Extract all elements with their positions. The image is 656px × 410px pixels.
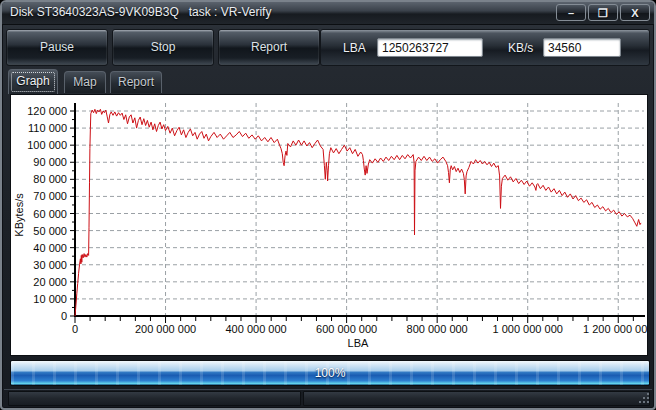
tab-graph[interactable]: Graph	[8, 69, 58, 94]
report-button[interactable]: Report	[218, 29, 320, 66]
speed-graph-panel: 010 00020 00030 00040 00050 00060 00070 …	[10, 94, 648, 356]
title-bar[interactable]: Disk ST3640323AS-9VK09B3Q task : VR-Veri…	[2, 2, 654, 25]
window-title: Disk ST3640323AS-9VK09B3Q task : VR-Veri…	[10, 5, 271, 19]
svg-text:1 000 000 000: 1 000 000 000	[493, 323, 563, 335]
progress-bar: 100%	[10, 360, 650, 386]
svg-text:90 000: 90 000	[33, 156, 67, 168]
svg-text:LBA: LBA	[348, 337, 369, 349]
svg-text:30 000: 30 000	[33, 259, 67, 271]
lba-label: LBA	[343, 41, 366, 55]
statusbar-panel-left	[8, 391, 301, 406]
svg-text:1 200 000 000: 1 200 000 000	[583, 323, 647, 335]
close-button[interactable]: X	[620, 4, 650, 21]
svg-text:KBytes/s: KBytes/s	[13, 193, 25, 237]
progress-percent: 100%	[11, 361, 649, 385]
stop-button[interactable]: Stop	[112, 29, 214, 66]
svg-text:0: 0	[61, 310, 67, 322]
svg-text:110 000: 110 000	[28, 122, 67, 134]
kbs-label: KB/s	[508, 41, 533, 55]
svg-text:80 000: 80 000	[33, 173, 67, 185]
tab-report[interactable]: Report	[110, 71, 162, 93]
speed-graph: 010 00020 00030 00040 00050 00060 00070 …	[11, 95, 647, 355]
app-window: Disk ST3640323AS-9VK09B3Q task : VR-Veri…	[0, 0, 656, 410]
svg-text:100 000: 100 000	[27, 139, 67, 151]
pause-button[interactable]: Pause	[6, 29, 108, 66]
resize-grip-icon[interactable]	[639, 393, 649, 403]
svg-text:50 000: 50 000	[33, 225, 67, 237]
svg-text:400 000 000: 400 000 000	[225, 323, 286, 335]
svg-text:600 000 000: 600 000 000	[316, 323, 377, 335]
svg-text:200 000 000: 200 000 000	[135, 323, 196, 335]
statusbar-panel-right	[303, 391, 650, 406]
svg-text:0: 0	[72, 323, 78, 335]
close-icon: X	[631, 7, 638, 19]
svg-text:20 000: 20 000	[33, 276, 67, 288]
svg-text:800 000 000: 800 000 000	[407, 323, 468, 335]
svg-text:70 000: 70 000	[33, 190, 67, 202]
tab-map[interactable]: Map	[64, 71, 106, 93]
kbs-input[interactable]	[543, 38, 621, 57]
lba-input[interactable]	[377, 38, 483, 57]
toolbar-fields-panel: LBA KB/s	[320, 29, 650, 66]
svg-text:120 000: 120 000	[27, 105, 67, 117]
statusbar-highlight	[4, 389, 652, 390]
svg-text:60 000: 60 000	[33, 208, 67, 220]
svg-text:40 000: 40 000	[33, 242, 67, 254]
maximize-button[interactable]: ❐	[588, 4, 618, 21]
maximize-icon: ❐	[598, 7, 608, 19]
minimize-icon: –	[568, 7, 574, 19]
minimize-button[interactable]: –	[556, 4, 586, 21]
svg-text:10 000: 10 000	[33, 293, 67, 305]
